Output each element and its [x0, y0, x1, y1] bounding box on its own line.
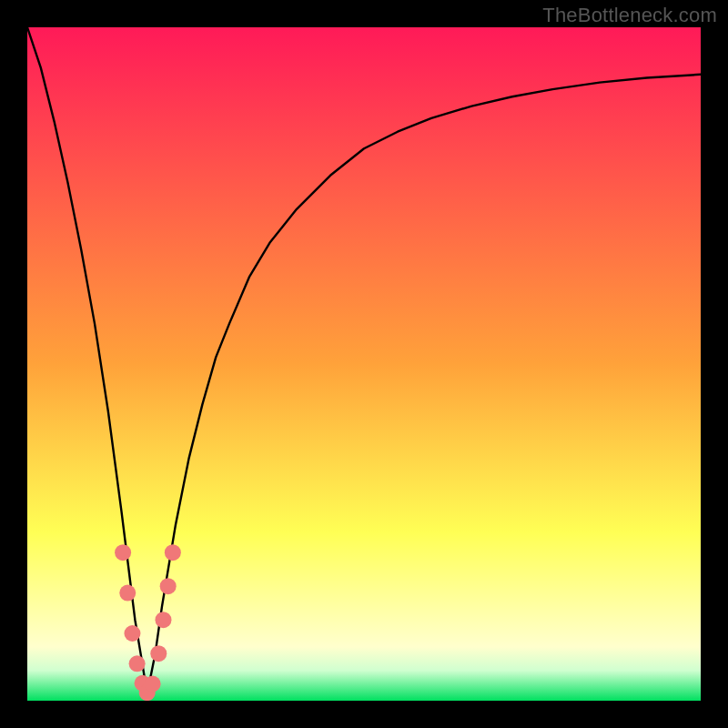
watermark-label: TheBottleneck.com — [542, 4, 717, 27]
scatter-dot — [129, 655, 146, 672]
plot-area — [27, 27, 701, 701]
scatter-dot — [160, 578, 177, 594]
chart-frame: TheBottleneck.com — [0, 0, 728, 728]
scatter-dot — [115, 544, 131, 561]
scatter-dot — [124, 625, 140, 642]
scatter-dot — [155, 612, 171, 628]
scatter-dot — [165, 544, 181, 561]
chart-svg — [27, 27, 701, 701]
scatter-dot — [150, 645, 167, 662]
scatter-dot — [119, 585, 136, 602]
scatter-dot — [145, 676, 161, 693]
